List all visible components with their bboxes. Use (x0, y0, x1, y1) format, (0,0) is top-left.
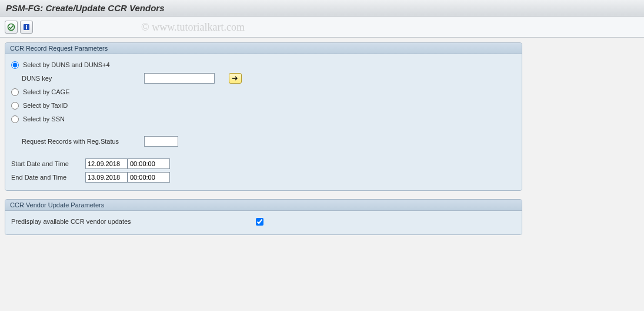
execute-button[interactable] (5, 21, 18, 34)
radio-select-by-taxid-label: Select by TaxID (23, 102, 68, 109)
radio-select-by-ssn[interactable]: Select by SSN (11, 115, 65, 123)
radio-select-by-cage[interactable]: Select by CAGE (11, 88, 69, 96)
toolbar: © www.tutorialkart.com (0, 16, 644, 38)
radio-select-by-ssn-label: Select by SSN (23, 115, 65, 123)
watermark: © www.tutorialkart.com (141, 21, 245, 33)
radio-select-by-duns-label: Select by DUNS and DUNS+4 (23, 61, 110, 68)
execute-icon (7, 23, 15, 31)
info-button[interactable] (20, 21, 33, 34)
start-time-input[interactable] (128, 158, 170, 169)
group2-title: CCR Vendor Update Parameters (5, 200, 522, 211)
radio-select-by-ssn-input[interactable] (11, 115, 19, 123)
multiple-selection-button[interactable] (229, 73, 242, 84)
duns-key-input[interactable] (144, 73, 215, 84)
radio-select-by-cage-label: Select by CAGE (23, 88, 69, 95)
title-bar: PSM-FG: Create/Update CCR Vendors (0, 0, 644, 16)
regstatus-label: Request Records with Reg.Status (11, 138, 141, 145)
svg-rect-3 (26, 27, 27, 29)
radio-select-by-taxid[interactable]: Select by TaxID (11, 102, 68, 110)
end-date-time-label: End Date and Time (11, 174, 82, 181)
end-date-input[interactable] (85, 172, 128, 183)
regstatus-input[interactable] (144, 136, 178, 147)
predisplay-checkbox[interactable] (256, 218, 263, 226)
radio-select-by-cage-input[interactable] (11, 88, 19, 96)
svg-rect-2 (26, 25, 27, 26)
end-time-input[interactable] (128, 172, 170, 183)
start-date-input[interactable] (85, 158, 128, 169)
duns-key-label: DUNS key (11, 75, 141, 82)
predisplay-label: Predisplay available CCR vendor updates (11, 218, 252, 225)
page-title: PSM-FG: Create/Update CCR Vendors (6, 3, 164, 13)
content-area: CCR Record Request Parameters Select by … (0, 38, 644, 311)
info-icon (22, 23, 31, 31)
arrow-right-icon (232, 75, 239, 81)
radio-select-by-taxid-input[interactable] (11, 102, 19, 110)
ccr-vendor-update-parameters-group: CCR Vendor Update Parameters Predisplay … (5, 199, 522, 235)
group1-title: CCR Record Request Parameters (5, 43, 522, 54)
ccr-record-request-parameters-group: CCR Record Request Parameters Select by … (5, 42, 522, 191)
svg-point-0 (8, 24, 15, 30)
radio-select-by-duns-input[interactable] (11, 61, 19, 69)
radio-select-by-duns[interactable]: Select by DUNS and DUNS+4 (11, 61, 110, 69)
start-date-time-label: Start Date and Time (11, 160, 82, 167)
